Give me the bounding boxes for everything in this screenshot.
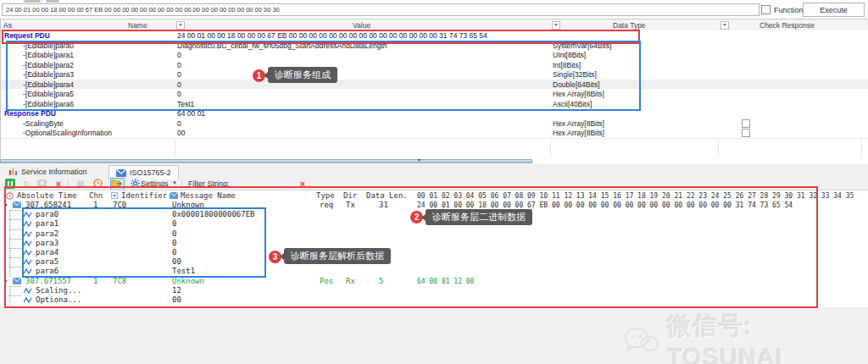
trace-message-row[interactable]: ▾307.67155717C8UnknownPosRx564 00 01 12 …: [0, 277, 868, 286]
signal-value: 0: [172, 248, 176, 256]
filter-icon[interactable]: [552, 21, 560, 30]
tree-line: [10, 210, 21, 211]
trace-toolbar: ↻ × ▦ Settings ▼ Filter String: ×: [0, 179, 868, 190]
time-icon[interactable]: [92, 179, 103, 189]
toolbar-separator: [68, 179, 69, 189]
row-name: -[Editable]para1: [23, 51, 74, 59]
column-identifier[interactable]: Identifier: [121, 191, 167, 200]
tree-line: [9, 257, 10, 267]
pdu-table-row[interactable]: -OptionalScalingInformation00Hex Array[8…: [1, 128, 868, 139]
message-time: 307.671557: [25, 277, 71, 285]
execute-button[interactable]: Execute: [803, 3, 865, 17]
trace-signal-row[interactable]: para6Test1: [0, 267, 868, 276]
envelope-icon: [13, 278, 21, 286]
identifier-icon: [111, 192, 118, 201]
trace-signal-row[interactable]: para40: [0, 248, 868, 257]
column-absolute-time[interactable]: Absolute Time: [17, 191, 76, 200]
check-response-checkbox[interactable]: [742, 129, 750, 137]
settings-gear-icon[interactable]: [129, 179, 141, 189]
watermark: 微信号: TOSUNAI: [623, 310, 868, 364]
column-name[interactable]: Name: [128, 21, 147, 30]
expander-icon[interactable]: ▾: [3, 201, 8, 209]
signal-name: Scaling...: [36, 286, 81, 295]
camera-icon[interactable]: [36, 179, 47, 189]
message-direction: Rx: [346, 277, 355, 285]
row-name: -[Editable]para2: [23, 61, 74, 69]
clear-filter-icon[interactable]: ×: [297, 179, 309, 189]
filter-icon[interactable]: [176, 21, 185, 30]
watermark-text: 微信号: TOSUNAI: [667, 310, 868, 364]
check-response-checkbox[interactable]: [742, 119, 750, 128]
tree-line: [9, 210, 10, 219]
signal-value: 12: [172, 286, 181, 295]
column-value[interactable]: Value: [353, 21, 370, 30]
tree-line: [10, 239, 21, 240]
row-name: -[Editable]para0: [23, 41, 74, 50]
window-mini-tab: [46, 0, 59, 3]
column-check-response[interactable]: Check Response: [760, 21, 815, 30]
column-dir[interactable]: Dir: [343, 191, 357, 200]
chevron-down-icon: ▼: [172, 180, 177, 185]
filter-string-input[interactable]: [252, 179, 299, 190]
tree-line: [10, 257, 21, 258]
signal-value: 00: [172, 257, 181, 266]
column-chn[interactable]: Chn: [89, 191, 103, 200]
functional-id-checkbox[interactable]: [761, 5, 771, 14]
pause-button[interactable]: [5, 179, 15, 189]
row-value: 0: [177, 119, 181, 128]
envelope-icon: [13, 201, 21, 210]
row-name: -[Editable]para6: [23, 100, 74, 108]
row-data-type: UInt[8Bits]: [553, 51, 586, 59]
column-message-name[interactable]: Message Name: [181, 191, 236, 200]
tab-service-information[interactable]: Service Information: [3, 165, 94, 179]
column-data-type[interactable]: Data Type: [613, 21, 646, 30]
trace-signal-row[interactable]: Optiona...00: [0, 295, 868, 305]
message-channel: 1: [93, 201, 97, 209]
message-name: Unknown: [172, 201, 204, 209]
expander-icon[interactable]: ▾: [3, 277, 8, 285]
row-name: Response PDU: [4, 109, 56, 118]
tree-line: [9, 248, 10, 257]
bar-chart-icon: [9, 168, 18, 176]
trace-signal-row[interactable]: para20: [0, 229, 868, 239]
row-name: -[Editable]para3: [23, 70, 74, 79]
refresh-icon[interactable]: ↻: [20, 179, 32, 189]
message-data-length: 31: [379, 201, 388, 209]
grid-icon[interactable]: ▦: [75, 179, 86, 189]
signal-name: para1: [36, 219, 58, 228]
row-data-type: Hex Array[8Bits]: [553, 119, 604, 128]
pdu-hex-input[interactable]: [2, 3, 760, 16]
trace-signal-row[interactable]: Scaling...12: [0, 286, 868, 295]
tree-line: [9, 219, 10, 229]
row-value: 0: [177, 51, 181, 59]
trace-table-header: Absolute Time Chn Identifier Message Nam…: [0, 191, 868, 201]
column-as[interactable]: As: [3, 21, 12, 30]
tab-label: ISO15765-2: [130, 168, 171, 177]
tree-line: [9, 267, 10, 276]
column-data-len[interactable]: Data Len.: [366, 191, 408, 200]
row-value: 00: [177, 129, 185, 137]
row-value: Test1: [177, 100, 194, 108]
splitter-collapse-icon[interactable]: ▾: [418, 157, 420, 163]
diag-view-toggle-icon[interactable]: [110, 178, 125, 190]
horizontal-splitter[interactable]: [0, 159, 532, 163]
envelope-icon: [116, 169, 126, 177]
signal-name: para6: [36, 267, 58, 275]
signal-value: 00: [172, 295, 181, 304]
signal-value: 0: [172, 229, 176, 238]
signal-wave-icon: [24, 296, 32, 306]
filter-icon[interactable]: [721, 21, 729, 30]
signal-name: para2: [36, 229, 58, 238]
signal-value: 0: [172, 219, 176, 228]
signal-value: 0x00001800000067EB: [172, 210, 255, 218]
column-type[interactable]: Type: [316, 191, 335, 200]
trace-signal-row[interactable]: para500: [0, 257, 868, 267]
row-data-type: Single[32Bits]: [553, 70, 597, 79]
message-name: Unknown: [172, 277, 204, 285]
clear-icon[interactable]: ×: [53, 179, 64, 189]
tree-line: [9, 239, 10, 248]
pdu-table: As Name Value Data Type Check Response R…: [0, 19, 868, 159]
row-data-type: Hex Array[8Bits]: [553, 129, 604, 137]
settings-button[interactable]: Settings: [141, 179, 169, 188]
trace-signal-row[interactable]: para30: [0, 239, 868, 248]
